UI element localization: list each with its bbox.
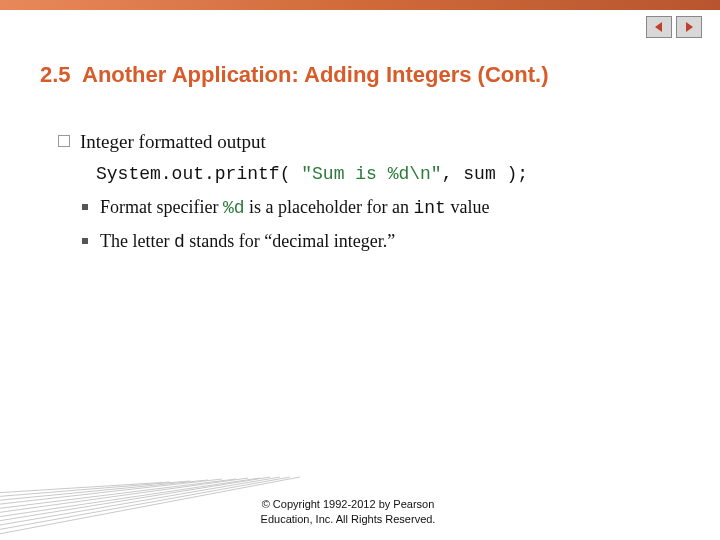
svg-marker-1 bbox=[686, 22, 693, 32]
bullet-main-text: Integer formatted output bbox=[80, 131, 266, 152]
title-text: Another Application: Adding Integers (Co… bbox=[82, 62, 548, 87]
copyright-line-1: © Copyright 1992-2012 by Pearson bbox=[0, 497, 696, 511]
sub1-pre: Format specifier bbox=[100, 197, 223, 217]
code-pre: System.out.printf( bbox=[96, 164, 301, 184]
copyright-line-2: Education, Inc. All Rights Reserved. bbox=[0, 512, 696, 526]
sub1-mid: is a placeholder for an bbox=[245, 197, 414, 217]
top-accent-bar bbox=[0, 0, 720, 10]
int-keyword: int bbox=[414, 198, 446, 218]
format-specifier: %d bbox=[223, 198, 245, 218]
svg-line-12 bbox=[0, 482, 170, 497]
sub-bullet-2: The letter d stands for “decimal integer… bbox=[58, 228, 680, 256]
triangle-left-icon bbox=[653, 21, 665, 33]
sub2-post: stands for “decimal integer.” bbox=[185, 231, 395, 251]
next-slide-button[interactable] bbox=[676, 16, 702, 38]
slide-content: Integer formatted output System.out.prin… bbox=[58, 128, 680, 262]
code-line: System.out.printf( "Sum is %d\n", sum ); bbox=[96, 161, 680, 188]
code-post: , sum ); bbox=[442, 164, 528, 184]
svg-marker-0 bbox=[655, 22, 662, 32]
triangle-right-icon bbox=[683, 21, 695, 33]
section-number: 2.5 bbox=[40, 62, 71, 87]
prev-slide-button[interactable] bbox=[646, 16, 672, 38]
bullet-main: Integer formatted output bbox=[58, 128, 680, 157]
sub-bullet-1: Format specifier %d is a placeholder for… bbox=[58, 194, 680, 222]
letter-d: d bbox=[174, 232, 185, 252]
code-string: "Sum is %d\n" bbox=[301, 164, 441, 184]
slide-title: 2.5 Another Application: Adding Integers… bbox=[40, 62, 680, 88]
sub1-post: value bbox=[446, 197, 489, 217]
copyright: © Copyright 1992-2012 by Pearson Educati… bbox=[0, 497, 696, 526]
sub2-pre: The letter bbox=[100, 231, 174, 251]
nav-buttons bbox=[646, 16, 702, 38]
